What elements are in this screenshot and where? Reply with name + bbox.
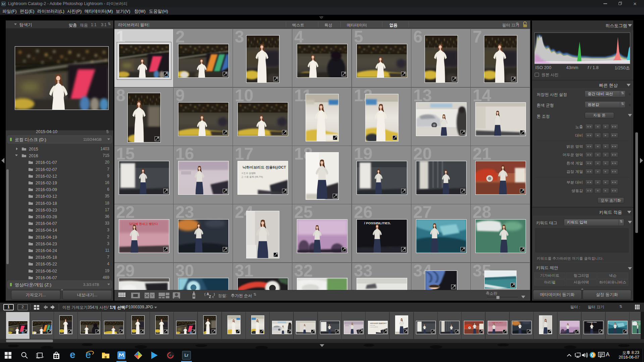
svg-text:Z: Z bbox=[209, 295, 211, 299]
svg-text:Y: Y bbox=[151, 294, 154, 298]
